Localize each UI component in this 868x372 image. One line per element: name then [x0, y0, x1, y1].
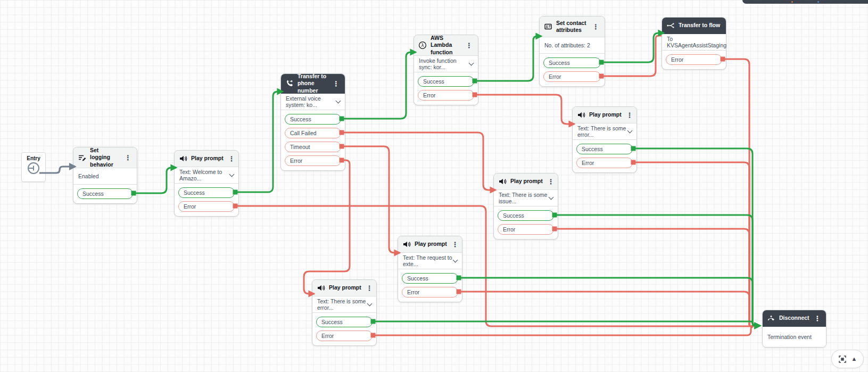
node-parameter-summary[interactable]: Text: There is some issue...: [494, 190, 558, 206]
node-menu-button[interactable]: ⋮: [123, 154, 133, 162]
node-title: Set logging behavior: [90, 147, 120, 168]
node-title: Transfer to phone number: [297, 73, 328, 94]
node-header: Play prompt⋮: [175, 151, 238, 167]
node-parameter-text: Enabled: [78, 173, 99, 179]
node-outputs: SuccessError: [312, 313, 376, 345]
output-label: Success: [503, 212, 524, 219]
output-label: Success: [82, 191, 104, 197]
output-label: Error: [407, 289, 419, 295]
node-play-prompt-1[interactable]: Play prompt⋮Text: Welcome to Amazo...Suc…: [174, 150, 239, 217]
output-label: Success: [582, 146, 603, 152]
node-menu-button[interactable]: ⋮: [724, 22, 733, 30]
node-parameter-summary[interactable]: Text: There is some error...: [312, 296, 376, 313]
node-set-logging-behavior[interactable]: Set logging behavior⋮EnabledSuccess: [73, 147, 137, 204]
node-transfer-to-phone-number[interactable]: Transfer to phone number⋮External voice …: [280, 73, 345, 171]
node-menu-button[interactable]: ⋮: [591, 23, 600, 31]
output-port-success[interactable]: Success: [77, 188, 133, 199]
node-header: λAWS Lambda function⋮: [414, 35, 478, 56]
canvas-view-controls: ▲: [831, 350, 864, 368]
node-set-contact-attributes[interactable]: Set contact attributes⋮No. of attributes…: [539, 16, 605, 87]
node-parameter-summary[interactable]: Text: Welcome to Amazo...: [175, 167, 238, 184]
node-title: AWS Lambda function: [431, 35, 461, 55]
node-play-prompt-4[interactable]: Play prompt⋮Text: The request to exte...…: [398, 236, 462, 302]
output-port-error[interactable]: Error: [285, 155, 341, 166]
node-aws-lambda-function[interactable]: λAWS Lambda function⋮Invoke function syn…: [414, 35, 478, 105]
speaker-icon: [179, 154, 187, 163]
speaker-icon: [577, 111, 585, 119]
node-outputs: SuccessError: [540, 54, 605, 86]
entry-label: Entry: [22, 155, 45, 161]
node-menu-button[interactable]: ⋮: [465, 42, 474, 49]
node-parameter-text: Termination event: [767, 334, 812, 340]
node-disconnect[interactable]: Disconnect⋮Termination event: [762, 310, 826, 348]
node-menu-button[interactable]: ⋮: [332, 80, 341, 88]
node-header: Play prompt⋮: [398, 236, 462, 253]
top-toolbar-fragment: [742, 0, 868, 4]
node-menu-button[interactable]: ⋮: [227, 155, 236, 163]
node-parameter-text: External voice system: ko...: [286, 95, 336, 108]
fit-to-screen-button[interactable]: [838, 355, 847, 363]
node-parameter-summary: Termination event: [763, 327, 826, 347]
node-parameter-summary[interactable]: Text: The request to exte...: [398, 253, 462, 269]
node-parameter-summary: No. of attributes: 2: [540, 37, 605, 54]
output-port-success[interactable]: Success: [316, 317, 373, 327]
output-port-error[interactable]: Error: [666, 54, 722, 65]
speaker-icon: [498, 177, 507, 186]
output-port-success[interactable]: Success: [498, 210, 554, 221]
node-header: Disconnect⋮: [763, 310, 826, 327]
speaker-icon: [317, 284, 325, 292]
node-menu-button[interactable]: ⋮: [365, 284, 374, 292]
output-port-success[interactable]: Success: [576, 144, 633, 154]
output-port-error[interactable]: Error: [498, 224, 554, 235]
output-label: Error: [671, 56, 683, 63]
output-port-success[interactable]: Success: [178, 187, 235, 198]
output-label: Error: [423, 92, 435, 98]
node-parameter-summary[interactable]: Text: There is some error...: [573, 123, 636, 140]
chevron-down-icon: [627, 128, 633, 134]
output-port-error[interactable]: Error: [402, 287, 458, 297]
node-parameter-summary[interactable]: External voice system: ko...: [281, 94, 345, 110]
output-port-success[interactable]: Success: [543, 57, 601, 68]
output-label: Error: [321, 333, 334, 339]
node-title: Play prompt: [329, 284, 361, 291]
output-port-timeout[interactable]: Timeout: [285, 142, 341, 152]
node-play-prompt-3[interactable]: Play prompt⋮Text: There is some issue...…: [493, 173, 558, 239]
node-menu-button[interactable]: ⋮: [625, 111, 634, 119]
output-port-error[interactable]: Error: [178, 201, 235, 212]
node-menu-button[interactable]: ⋮: [813, 315, 822, 323]
node-parameter-text: No. of attributes: 2: [544, 42, 590, 48]
node-outputs: SuccessCall FailedTimeoutError: [281, 110, 345, 170]
output-port-error[interactable]: Error: [543, 71, 601, 82]
node-play-prompt-2[interactable]: Play prompt⋮Text: There is some error...…: [572, 106, 637, 173]
node-parameter-summary[interactable]: Invoke function sync: kor...: [414, 56, 478, 72]
node-play-prompt-5[interactable]: Play prompt⋮Text: There is some error...…: [312, 279, 377, 346]
toolbar-dot-blue: [817, 1, 819, 3]
node-parameter-summary: Enabled: [73, 168, 137, 185]
output-port-success[interactable]: Success: [402, 273, 458, 284]
node-menu-button[interactable]: ⋮: [451, 241, 460, 249]
output-port-success[interactable]: Success: [285, 114, 341, 125]
chevron-down-icon: [229, 172, 235, 177]
output-label: Error: [184, 203, 196, 210]
output-label: Success: [549, 60, 570, 66]
contact-card-icon: [544, 22, 552, 31]
fit-to-screen-icon: [838, 355, 847, 363]
output-port-error[interactable]: Error: [418, 90, 474, 101]
output-port-error[interactable]: Error: [576, 158, 633, 168]
node-transfer-to-flow[interactable]: Transfer to flow⋮To KVSAgentAssistStagin…: [662, 17, 726, 70]
node-parameter-text: Text: The request to exte...: [403, 254, 453, 267]
node-header: Transfer to phone number⋮: [281, 74, 345, 94]
node-parameter-text: Text: There is some error...: [317, 298, 368, 311]
node-title: Play prompt: [415, 241, 447, 247]
output-label: Error: [582, 160, 594, 166]
node-header: Play prompt⋮: [573, 107, 636, 123]
output-port-success[interactable]: Success: [418, 76, 474, 87]
node-outputs: SuccessError: [494, 206, 558, 239]
output-label: Success: [407, 275, 428, 282]
output-label: Error: [549, 73, 561, 80]
flow-canvas[interactable]: EntrySet logging behavior⋮EnabledSuccess…: [0, 0, 868, 372]
expand-toggle-button[interactable]: ▲: [852, 356, 857, 362]
output-port-error[interactable]: Error: [316, 330, 373, 341]
output-port-call-failed[interactable]: Call Failed: [285, 128, 341, 138]
node-menu-button[interactable]: ⋮: [547, 178, 556, 186]
